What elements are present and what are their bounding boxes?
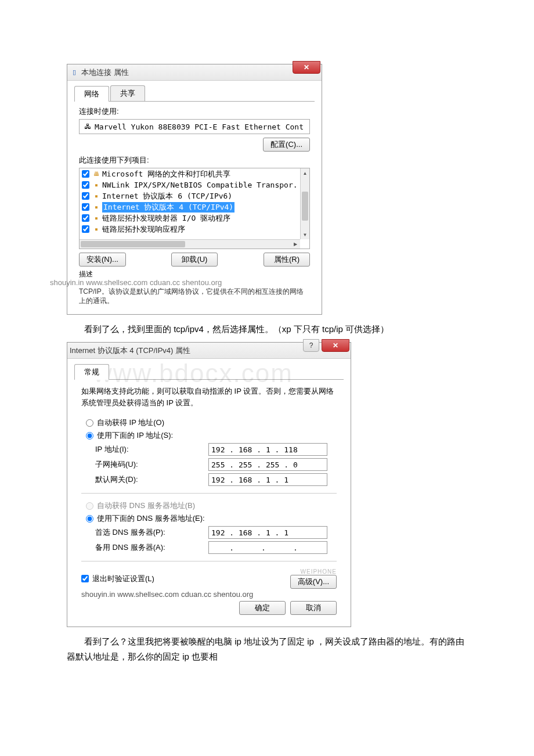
subnet-mask-input[interactable]: 255 . 255 . 255 . 0 (208, 458, 327, 471)
protocol-icon: ▪ (92, 226, 101, 233)
radio-auto-ip[interactable]: 自动获得 IP 地址(O) (86, 417, 344, 428)
titlebar: Internet 协议版本 4 (TCP/IPv4) 属性 ? ✕ (67, 343, 351, 359)
tab-strip: 网络 共享 (74, 85, 315, 102)
scroll-up-icon[interactable]: ▲ (301, 168, 309, 178)
radio-use-dns[interactable]: 使用下面的 DNS 服务器地址(E): (86, 513, 344, 524)
properties-button[interactable]: 属性(R) (264, 253, 310, 267)
scroll-right-icon[interactable]: ▶ (291, 240, 300, 249)
connect-using-label: 连接时使用: (79, 106, 315, 117)
ipv4-properties-dialog: Internet 协议版本 4 (TCP/IPv4) 属性 ? ✕ www.bd… (67, 342, 351, 627)
dns1-label: 首选 DNS 服务器(P): (95, 527, 208, 538)
titlebar: ▯ 本地连接 属性 ✕ (67, 64, 322, 81)
scroll-thumb[interactable] (81, 241, 185, 247)
separator (81, 493, 337, 494)
item-checkbox[interactable] (82, 170, 89, 178)
gateway-label: 默认网关(D): (95, 474, 208, 485)
tab-share[interactable]: 共享 (110, 85, 145, 101)
network-adapter-icon: ▯ (70, 68, 79, 77)
vertical-scrollbar[interactable]: ▲ ▼ (300, 168, 309, 239)
cancel-button[interactable]: 取消 (290, 601, 337, 615)
watermark-text: shouyin.in www.shellsec.com cduan.cc she… (81, 590, 337, 599)
list-item[interactable]: ▪ Internet 协议版本 4 (TCP/IPv4) (80, 201, 300, 213)
list-item[interactable]: ▪ 链路层拓扑发现响应程序 (80, 224, 300, 235)
window-title: Internet 协议版本 4 (TCP/IPv4) 属性 (70, 345, 190, 356)
adapter-field: 🖧 Marvell Yukon 88E8039 PCI-E Fast Ether… (79, 119, 310, 134)
item-checkbox[interactable] (82, 192, 89, 200)
radio-auto-dns: 自动获得 DNS 服务器地址(B) (86, 501, 344, 511)
description-text: TCP/IP。该协议是默认的广域网络协议，它提供在不同的相互连接的网络上的通讯。 (79, 287, 310, 305)
ok-button[interactable]: 确定 (239, 601, 286, 615)
scroll-thumb[interactable] (302, 192, 308, 221)
scroll-down-icon[interactable]: ▼ (301, 230, 309, 239)
instruction-text: 如果网络支持此功能，则可以获取自动指派的 IP 设置。否则，您需要从网络系统管理… (81, 386, 337, 408)
item-checkbox[interactable] (82, 181, 89, 189)
service-icon: 🖶 (92, 171, 101, 178)
list-item[interactable]: ▪ 链路层拓扑发现映射器 I/O 驱动程序 (80, 213, 300, 224)
horizontal-scrollbar[interactable]: ◀ ▶ (80, 239, 300, 249)
separator (81, 561, 337, 561)
uninstall-button[interactable]: 卸载(U) (171, 253, 218, 267)
watermark-text: shouyin.in www.shellsec.com cduan.cc she… (50, 278, 310, 288)
validate-checkbox-row[interactable]: 退出时验证设置(L) (81, 574, 154, 584)
dns1-input[interactable]: 192 . 168 . 1 . 1 (208, 526, 327, 539)
subnet-mask-label: 子网掩码(U): (95, 459, 208, 470)
item-checkbox[interactable] (82, 225, 89, 233)
properties-dialog-1: ▯ 本地连接 属性 ✕ 网络 共享 连接时使用: 🖧 Marvell Yukon… (67, 64, 322, 315)
radio-use-ip[interactable]: 使用下面的 IP 地址(S): (86, 430, 344, 441)
protocol-icon: ▪ (92, 193, 101, 200)
window-title: 本地连接 属性 (81, 67, 129, 78)
install-button[interactable]: 安装(N)... (79, 253, 126, 267)
body-paragraph-1: 看到了么，找到里面的 tcp/ipv4，然后选择属性。（xp 下只有 tcp/i… (67, 322, 467, 337)
protocol-icon: ▪ (92, 182, 101, 189)
close-button[interactable]: ✕ (322, 339, 349, 352)
tab-network[interactable]: 网络 (74, 86, 109, 102)
advanced-button[interactable]: 高级(V)... (290, 575, 337, 589)
radio-input[interactable] (86, 432, 93, 440)
items-label: 此连接使用下列项目: (79, 155, 315, 165)
list-item[interactable]: ▪ Internet 协议版本 6 (TCP/IPv6) (80, 190, 300, 201)
ip-address-input[interactable]: 192 . 168 . 1 . 118 (208, 443, 327, 456)
item-checkbox[interactable] (82, 214, 89, 222)
adapter-name: Marvell Yukon 88E8039 PCI-E Fast Etherne… (95, 123, 304, 131)
radio-input (86, 502, 93, 510)
protocol-list[interactable]: 🖶 Microsoft 网络的文件和打印机共享 ▪ NWLink IPX/SPX… (79, 168, 310, 249)
radio-input[interactable] (86, 419, 93, 427)
body-paragraph-2: 看到了么？这里我把将要被唤醒的电脑 ip 地址设为了固定 ip ，网关设成了路由… (67, 634, 467, 664)
protocol-icon: ▪ (92, 204, 101, 211)
validate-checkbox[interactable] (81, 575, 89, 582)
tab-general[interactable]: 常规 (74, 364, 109, 380)
tab-strip: 常规 (74, 363, 344, 380)
help-button[interactable]: ? (303, 339, 319, 352)
list-item[interactable]: ▪ NWLink IPX/SPX/NetBIOS Compatible Tran… (80, 179, 300, 190)
radio-input[interactable] (86, 515, 93, 523)
close-button[interactable]: ✕ (293, 61, 320, 74)
list-item[interactable]: 🖶 Microsoft 网络的文件和打印机共享 (80, 168, 300, 179)
gateway-input[interactable]: 192 . 168 . 1 . 1 (208, 473, 327, 486)
dns2-label: 备用 DNS 服务器(A): (95, 542, 208, 553)
configure-button[interactable]: 配置(C)... (263, 138, 310, 152)
phone-watermark: WEIPHONE (290, 568, 337, 575)
nic-icon: 🖧 (83, 122, 92, 131)
protocol-icon: ▪ (92, 215, 101, 222)
dns2-input[interactable]: . . . (208, 541, 327, 554)
item-checkbox[interactable] (82, 203, 89, 211)
ip-address-label: IP 地址(I): (95, 444, 208, 455)
